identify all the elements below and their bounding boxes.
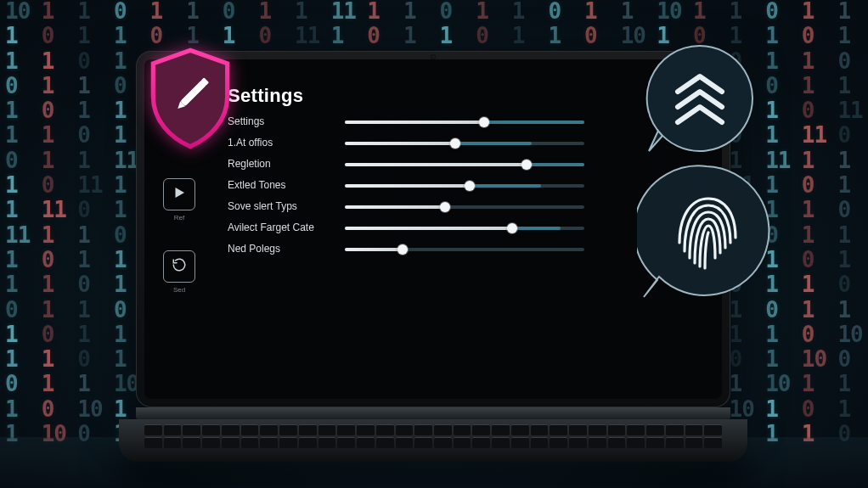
sidebar-button[interactable] [163, 178, 195, 210]
settings-row-label: Ned Polegs [228, 243, 330, 255]
biometric-bubble [637, 161, 776, 300]
slider[interactable] [345, 205, 584, 209]
settings-row-label: Avilect Farget Cate [228, 222, 330, 234]
slider-knob[interactable] [440, 202, 450, 212]
settings-row: Ned Polegs [228, 243, 584, 255]
slider[interactable] [345, 248, 584, 251]
settings-row: 1.At offios [228, 137, 584, 149]
security-shield-badge [146, 48, 234, 149]
settings-row-label: 1.At offios [228, 137, 330, 149]
sidebar-button[interactable] [163, 250, 195, 283]
slider[interactable] [345, 142, 584, 145]
settings-list: Settings1.At offiosRegletionExtled Tones… [228, 115, 584, 255]
settings-row: Extled Tones [228, 179, 584, 192]
play-icon [172, 185, 187, 204]
sidebar-button-caption: Sed [173, 286, 185, 294]
refresh-icon [172, 257, 187, 276]
slider-knob[interactable] [397, 244, 408, 255]
sidebar-button-caption: Ref [174, 214, 184, 222]
settings-row: Settings [228, 115, 584, 128]
page-title: Settings [228, 85, 702, 107]
slider-knob[interactable] [507, 223, 517, 233]
slider-knob[interactable] [450, 138, 460, 149]
laptop-keyboard [119, 419, 747, 462]
slider-knob[interactable] [521, 160, 532, 170]
svg-marker-3 [176, 188, 185, 198]
slider[interactable] [345, 163, 584, 166]
settings-row-label: Regletion [228, 158, 330, 171]
settings-row-label: Extled Tones [228, 179, 330, 192]
slider[interactable] [345, 121, 584, 124]
slider[interactable] [345, 184, 584, 188]
rank-bubble [644, 42, 756, 154]
settings-row: Avilect Farget Cate [228, 222, 584, 234]
settings-row: Sove slert Typs [228, 200, 584, 213]
settings-row-label: Sove slert Typs [228, 200, 330, 213]
slider-knob[interactable] [465, 181, 475, 191]
slider[interactable] [345, 227, 584, 230]
slider-knob[interactable] [479, 117, 489, 127]
settings-row: Regletion [228, 158, 584, 171]
settings-row-label: Settings [228, 115, 330, 128]
screen-sidebar: RefSed [163, 178, 195, 294]
